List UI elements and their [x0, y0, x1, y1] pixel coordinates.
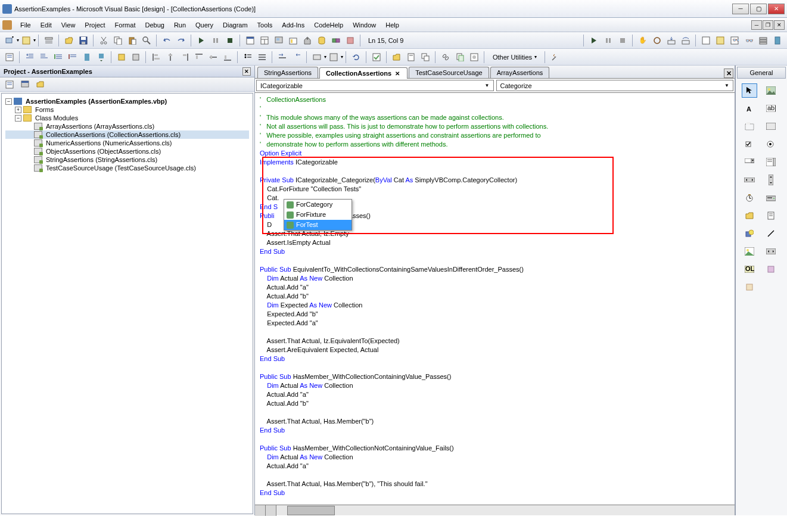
intellisense-popup[interactable]: ForCategoryForFixtureForTest	[284, 199, 352, 231]
filelistbox-tool[interactable]	[763, 209, 779, 223]
dirlistbox-tool[interactable]	[742, 209, 757, 223]
open-button[interactable]	[63, 34, 76, 47]
align-right-button[interactable]	[178, 51, 191, 64]
tb-generic-1[interactable]	[115, 51, 128, 64]
find-button[interactable]	[140, 34, 153, 47]
menu-format[interactable]: Format	[110, 20, 141, 30]
check-button[interactable]	[370, 51, 383, 64]
custom-tool[interactable]	[763, 262, 779, 276]
copy-module-button[interactable]	[453, 51, 466, 64]
data-tool[interactable]	[763, 244, 779, 259]
project-tree[interactable]: − AssertionExamples (AssertionExamples.v…	[1, 93, 253, 514]
outdent-button[interactable]	[38, 51, 51, 64]
refresh-button[interactable]	[350, 51, 363, 64]
lock2-button[interactable]	[327, 51, 340, 64]
form-layout-button[interactable]	[272, 34, 285, 47]
intellisense-item[interactable]: ForTest	[284, 220, 351, 230]
next-bookmark-button[interactable]	[95, 51, 108, 64]
menu-query[interactable]: Query	[191, 20, 218, 30]
paste-button[interactable]	[126, 34, 139, 47]
pause-debug-button[interactable]	[602, 34, 615, 47]
scrollbar-thumb[interactable]	[287, 506, 335, 515]
textbox-tool[interactable]: ab|	[763, 101, 779, 116]
align-middle-button[interactable]	[207, 51, 220, 64]
menu-edit[interactable]: Edit	[36, 20, 57, 30]
toggle-bookmark2-button[interactable]	[80, 51, 94, 64]
hscrollbar-tool[interactable]	[742, 173, 757, 187]
indent-button[interactable]	[23, 51, 36, 64]
hand-tool-button[interactable]: ✋	[636, 34, 649, 47]
object-browser-button[interactable]	[287, 34, 300, 47]
close-button[interactable]: ✕	[768, 4, 785, 14]
tree-class-item[interactable]: StringAssertions (StringAssertions.cls)	[5, 155, 249, 164]
uncomment-button[interactable]	[66, 51, 79, 64]
split-view-button-2[interactable]	[266, 505, 276, 516]
break-button[interactable]	[209, 34, 222, 47]
add-form-button[interactable]	[3, 34, 16, 47]
menu-window[interactable]: Window	[348, 20, 381, 30]
resource-editor-button[interactable]	[344, 34, 357, 47]
shape-tool[interactable]	[742, 226, 757, 241]
tree-folder-forms[interactable]: + Forms	[5, 105, 249, 114]
menu-add-ins[interactable]: Add-Ins	[277, 20, 309, 30]
start-debug-button[interactable]	[587, 34, 601, 47]
folder-button[interactable]	[390, 51, 403, 64]
cut-button[interactable]	[97, 34, 110, 47]
document-tab[interactable]: StringAssertions	[257, 67, 318, 78]
toolbox-header[interactable]: General	[737, 67, 786, 79]
menu-help[interactable]: Help	[381, 20, 404, 30]
start-button[interactable]	[195, 34, 208, 47]
align-left-button[interactable]	[150, 51, 163, 64]
stop-debug-button[interactable]	[616, 34, 629, 47]
menu-diagram[interactable]: Diagram	[218, 20, 253, 30]
collapse-icon[interactable]: −	[15, 115, 21, 122]
options-button[interactable]	[468, 51, 481, 64]
view-code-button[interactable]	[3, 78, 16, 91]
step-over-button[interactable]	[679, 34, 692, 47]
view-object-button[interactable]	[18, 78, 32, 91]
menu-debug[interactable]: Debug	[140, 20, 169, 30]
tree-project-root[interactable]: − AssertionExamples (AssertionExamples.v…	[5, 97, 249, 105]
label-tool[interactable]: A	[742, 101, 757, 116]
component-manager-button[interactable]	[329, 34, 343, 47]
other-utilities-dropdown[interactable]: Other Utilities▾	[487, 52, 542, 63]
document-tab[interactable]: TestCaseSourceUsage	[409, 67, 489, 78]
vscrollbar-tool[interactable]	[763, 173, 779, 187]
menu-editor-button[interactable]	[42, 34, 55, 47]
line-tool[interactable]	[763, 226, 779, 241]
layers-button[interactable]	[419, 51, 432, 64]
drivelistbox-tool[interactable]	[763, 191, 779, 205]
tools-button[interactable]	[549, 51, 562, 64]
optionbutton-tool[interactable]	[763, 137, 779, 151]
immediate-window-button[interactable]	[714, 34, 727, 47]
align-center-h-button[interactable]	[164, 51, 177, 64]
ole-tool[interactable]: OLE	[742, 262, 757, 276]
expand-icon[interactable]: +	[15, 107, 21, 113]
step-into-button[interactable]	[665, 34, 678, 47]
tree-class-item[interactable]: ObjectAssertions (ObjectAssertions.cls)	[5, 147, 249, 155]
toggle-bookmark-button[interactable]	[771, 34, 784, 47]
module-button[interactable]	[405, 51, 418, 64]
copy-button[interactable]	[111, 34, 125, 47]
document-tab[interactable]: ArrayAssertions	[490, 67, 550, 78]
bullet-list-button[interactable]	[241, 51, 254, 64]
locals-window-button[interactable]	[699, 34, 713, 47]
project-panel-close-button[interactable]: ✕	[242, 67, 251, 76]
commandbutton-tool[interactable]	[763, 119, 779, 133]
collapse-icon[interactable]: −	[5, 98, 12, 105]
quick-watch-button[interactable]: 👓	[742, 34, 755, 47]
tab-order-button[interactable]	[276, 51, 289, 64]
object-dropdown[interactable]: ICategorizable ▼	[256, 80, 494, 91]
code-editor[interactable]: ' CollectionAssertions'' This module sho…	[255, 93, 735, 505]
menu-view[interactable]: View	[57, 20, 80, 30]
undo-button[interactable]	[160, 34, 173, 47]
intellisense-item[interactable]: ForFixture	[284, 210, 351, 220]
picturebox-tool[interactable]	[763, 83, 779, 98]
menu-project[interactable]: Project	[80, 20, 110, 30]
menu-codehelp[interactable]: CodeHelp	[309, 20, 348, 30]
number-list-button[interactable]	[256, 51, 269, 64]
image-tool[interactable]	[742, 244, 757, 259]
comment-button[interactable]	[52, 51, 65, 64]
tab-close-icon[interactable]: ✕	[394, 70, 401, 77]
tab-order2-button[interactable]	[290, 51, 303, 64]
